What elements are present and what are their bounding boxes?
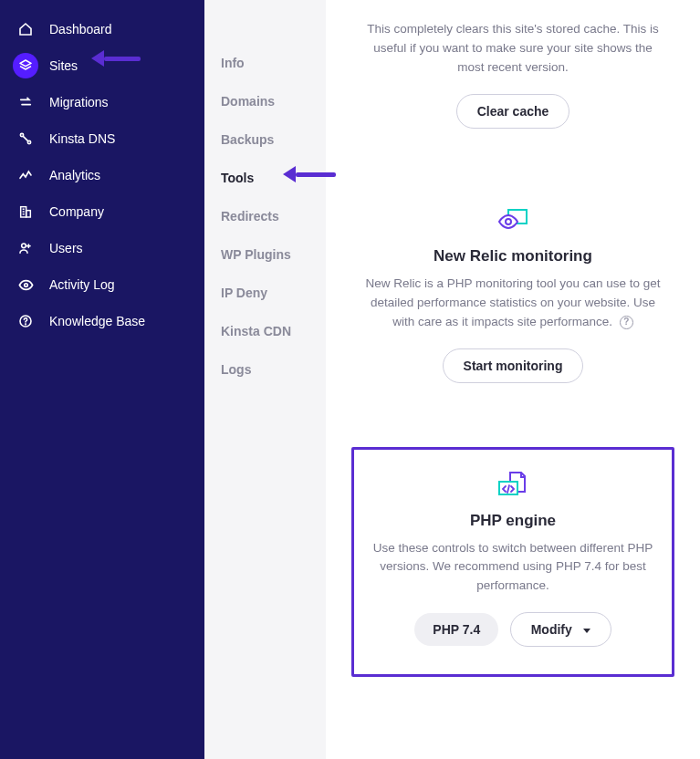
subnav-label: IP Deny: [221, 286, 267, 300]
clear-cache-button[interactable]: Clear cache: [456, 94, 570, 129]
sidebar-item-label: Kinsta DNS: [49, 131, 115, 146]
modify-php-button[interactable]: Modify: [510, 612, 611, 647]
help-icon: [16, 312, 35, 330]
subnav-label: Kinsta CDN: [221, 324, 291, 338]
cache-card: This completely clears this site's store…: [351, 0, 674, 149]
subnav-label: Redirects: [221, 209, 279, 224]
php-description: Use these controls to switch between dif…: [371, 539, 655, 597]
sidebar-item-dns[interactable]: Kinsta DNS: [0, 120, 204, 157]
sidebar-item-sites[interactable]: Sites: [0, 47, 204, 84]
secondary-sidebar: Info Domains Backups Tools Redirects WP …: [204, 0, 326, 759]
home-icon: [16, 20, 35, 38]
sidebar-item-migrations[interactable]: Migrations: [0, 84, 204, 120]
monitoring-eye-icon: [359, 205, 667, 234]
help-tooltip-icon[interactable]: ?: [620, 316, 633, 329]
sidebar-item-label: Knowledge Base: [49, 314, 145, 328]
users-icon: [16, 239, 35, 257]
start-monitoring-button[interactable]: Start monitoring: [443, 348, 584, 383]
subnav-label: Domains: [221, 94, 275, 109]
subnav-item-cdn[interactable]: Kinsta CDN: [204, 312, 326, 350]
subnav-item-tools[interactable]: Tools: [204, 159, 326, 197]
subnav-item-wp-plugins[interactable]: WP Plugins: [204, 235, 326, 274]
svg-rect-3: [26, 211, 31, 217]
sidebar-item-dashboard[interactable]: Dashboard: [0, 11, 204, 47]
modify-label: Modify: [531, 622, 572, 637]
php-engine-icon: [371, 470, 655, 499]
migrate-icon: [16, 93, 35, 111]
sidebar-item-label: Company: [49, 204, 104, 219]
subnav-label: WP Plugins: [221, 247, 291, 262]
subnav-item-logs[interactable]: Logs: [204, 350, 326, 389]
php-engine-highlight: PHP engine Use these controls to switch …: [351, 447, 674, 678]
svg-point-4: [22, 244, 26, 248]
sidebar-item-label: Analytics: [49, 168, 100, 182]
sidebar-item-users[interactable]: Users: [0, 230, 204, 266]
sidebar-item-knowledge[interactable]: Knowledge Base: [0, 303, 204, 339]
subnav-label: Tools: [221, 171, 254, 185]
sidebar-item-label: Users: [49, 241, 83, 255]
subnav-label: Info: [221, 56, 245, 70]
sidebar-item-company[interactable]: Company: [0, 193, 204, 230]
subnav-item-info[interactable]: Info: [204, 44, 326, 82]
building-icon: [16, 203, 35, 221]
subnav-label: Logs: [221, 362, 251, 377]
newrelic-card: New Relic monitoring New Relic is a PHP …: [351, 185, 674, 403]
subnav-item-ip-deny[interactable]: IP Deny: [204, 274, 326, 312]
sidebar-item-label: Migrations: [49, 95, 109, 109]
subnav-item-backups[interactable]: Backups: [204, 120, 326, 159]
svg-point-7: [26, 324, 26, 325]
newrelic-title: New Relic monitoring: [359, 247, 667, 265]
php-version-pill: PHP 7.4: [414, 613, 498, 646]
layers-icon: [13, 53, 38, 78]
subnav-item-domains[interactable]: Domains: [204, 82, 326, 120]
php-engine-card: PHP engine Use these controls to switch …: [363, 463, 663, 655]
eye-icon: [16, 276, 35, 294]
sidebar-item-activity[interactable]: Activity Log: [0, 266, 204, 303]
cache-description: This completely clears this site's store…: [359, 20, 667, 78]
analytics-icon: [16, 166, 35, 184]
sidebar-item-label: Activity Log: [49, 277, 115, 292]
dns-icon: [16, 130, 35, 148]
subnav-item-redirects[interactable]: Redirects: [204, 197, 326, 235]
newrelic-description: New Relic is a PHP monitoring tool you c…: [359, 275, 667, 332]
svg-point-5: [24, 283, 27, 286]
sidebar-item-analytics[interactable]: Analytics: [0, 157, 204, 193]
subnav-label: Backups: [221, 132, 274, 147]
sidebar-item-label: Dashboard: [49, 22, 112, 36]
primary-sidebar: Dashboard Sites Migrations Kinsta DNS An…: [0, 0, 204, 759]
sidebar-item-label: Sites: [49, 58, 78, 73]
content-area: This completely clears this site's store…: [326, 0, 700, 759]
php-title: PHP engine: [371, 512, 655, 530]
